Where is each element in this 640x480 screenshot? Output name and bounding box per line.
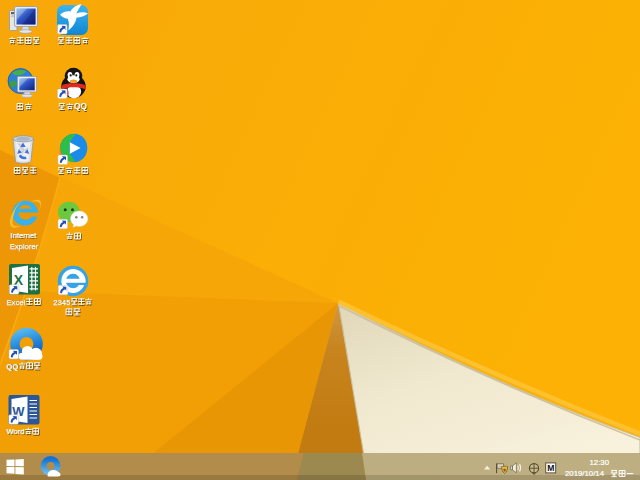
svg-text:12:30: 12:30 <box>590 458 610 467</box>
svg-text:QQ: QQ <box>74 101 88 111</box>
svg-text:M: M <box>547 463 554 473</box>
svg-text:2019/10/14: 2019/10/14 <box>565 469 605 478</box>
svg-text:Word: Word <box>7 427 25 436</box>
svg-text:Excel: Excel <box>7 298 26 307</box>
svg-text:Explorer: Explorer <box>10 242 39 251</box>
svg-text:Internet: Internet <box>11 231 38 240</box>
svg-text:QQ: QQ <box>7 362 19 371</box>
svg-text:2345: 2345 <box>54 298 71 307</box>
